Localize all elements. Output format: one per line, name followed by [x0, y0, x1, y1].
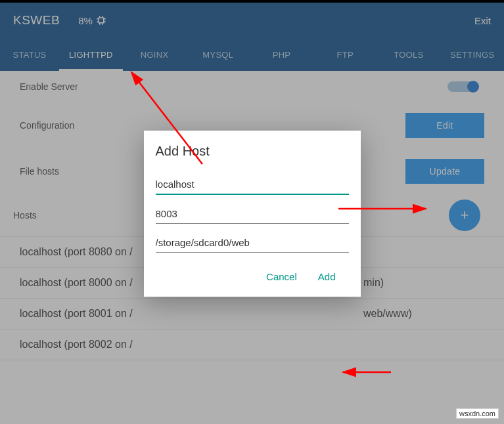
port-input[interactable] — [156, 204, 349, 224]
dialog-title: Add Host — [156, 144, 349, 159]
cancel-button[interactable]: Cancel — [266, 271, 297, 282]
dialog-actions: Cancel Add — [156, 262, 349, 290]
add-host-dialog: Add Host Cancel Add — [144, 131, 361, 297]
path-input[interactable] — [156, 233, 349, 253]
watermark: wsxdn.com — [456, 408, 499, 419]
add-button[interactable]: Add — [318, 271, 336, 282]
hostname-input[interactable] — [156, 175, 349, 195]
modal-overlay[interactable]: Add Host Cancel Add — [0, 3, 504, 424]
